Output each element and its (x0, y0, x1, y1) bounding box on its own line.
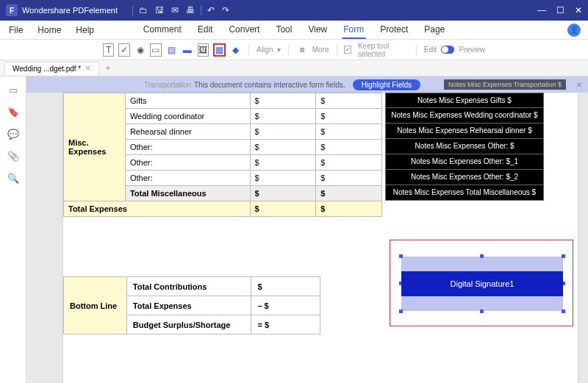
close-tab-icon[interactable]: ✕ (85, 65, 91, 72)
left-sidebar: ▭ 🔖 💬 📎 🔍 (0, 76, 26, 383)
button-field-icon[interactable]: ▬ (182, 43, 193, 57)
edit-label: Edit (424, 46, 437, 54)
redo-icon[interactable]: ↷ (222, 5, 229, 15)
more-icon[interactable]: ≡ (296, 43, 307, 57)
app-title: Wondershare PDFelement (22, 6, 118, 15)
amount-field[interactable]: $ (316, 93, 382, 109)
item-cell: Gifts (125, 93, 250, 109)
keep-tool-checkbox[interactable]: ✓ (344, 46, 351, 54)
form-toolbar: T ✓ ◉ ▭ ▤ ▬ 🖼 ▦ ◆ Align ▾ ≡ More ✓ Keep … (0, 40, 588, 60)
comments-icon[interactable]: 💬 (7, 128, 19, 140)
banner-faded: Transportation (144, 81, 191, 89)
bookmarks-icon[interactable]: 🔖 (7, 106, 19, 118)
menu-page[interactable]: Page (423, 21, 446, 39)
menu-comment[interactable]: Comment (142, 21, 183, 39)
add-tab-button[interactable]: ＋ (104, 62, 112, 74)
banner-ghost-field: Notes Misc Expenses Transportation $ (444, 79, 566, 90)
banner-close-icon[interactable]: ✕ (576, 81, 582, 89)
menu-file[interactable]: File (7, 22, 24, 38)
titlebar: F Wondershare PDFelement 🗀 🖫 ✉ 🖶 ↶ ↷ — ☐… (0, 0, 588, 21)
table-row: Total Expenses$$ (64, 201, 382, 217)
search-icon[interactable]: 🔍 (7, 172, 19, 184)
signature-label: Digital Signature1 (401, 271, 563, 296)
bottom-label: Bottom Line (64, 277, 127, 334)
document-area: Transportation This document contains in… (26, 76, 588, 383)
misc-label: Misc. Expenses (64, 93, 126, 201)
note-field[interactable]: Notes Misc Expenses Gifts $ (385, 93, 544, 108)
doc-tab[interactable]: Wedding ...dget.pdf * ✕ (4, 62, 99, 75)
menu-protect[interactable]: Protect (379, 21, 409, 39)
menubar: File Home Help Comment Edit Convert Tool… (0, 21, 588, 40)
note-field[interactable]: Notes Misc Expenses Wedding coordinator … (385, 108, 544, 124)
signature-field-icon[interactable]: ▦ (213, 43, 226, 57)
combo-field-icon[interactable]: ▭ (150, 43, 161, 57)
menu-tool[interactable]: Tool (274, 21, 293, 39)
pdf-page[interactable]: Misc. Expenses Gifts $ $ Wedding coordin… (63, 93, 578, 383)
signature-field[interactable]: Digital Signature1 (401, 257, 563, 311)
menu-view[interactable]: View (306, 21, 329, 39)
menu-edit[interactable]: Edit (196, 21, 215, 39)
open-icon[interactable]: 🗀 (139, 5, 148, 15)
misc-expenses-table: Misc. Expenses Gifts $ $ Wedding coordin… (63, 93, 382, 217)
table-row: Bottom Line Total Contributions $ (64, 277, 320, 296)
menu-form[interactable]: Form (342, 21, 365, 39)
mail-icon[interactable]: ✉ (171, 5, 179, 15)
minimize-button[interactable]: — (537, 5, 546, 15)
align-label[interactable]: Align (257, 46, 273, 54)
doc-tab-name: Wedding ...dget.pdf * (12, 65, 81, 73)
thumbnails-icon[interactable]: ▭ (7, 84, 19, 96)
table-row: Misc. Expenses Gifts $ $ (64, 93, 382, 109)
amount-field[interactable]: $ (250, 93, 316, 109)
undo-icon[interactable]: ↶ (207, 5, 215, 15)
banner-text: This document contains interactive form … (194, 81, 345, 89)
print-icon[interactable]: 🖶 (186, 5, 195, 15)
note-field[interactable]: Notes Misc Expenses Rehearsal dinner $ (385, 124, 544, 139)
checkbox-field-icon[interactable]: ✓ (118, 43, 129, 57)
maximize-button[interactable]: ☐ (556, 5, 564, 15)
avatar[interactable]: 👤 (567, 24, 581, 37)
keep-tool-label: Keep tool selected (358, 42, 409, 58)
signature-field-bounds[interactable]: Digital Signature1 (390, 240, 573, 326)
more-label[interactable]: More (312, 46, 329, 54)
note-field[interactable]: Notes Misc Expenses Total Miscellaneous … (385, 185, 544, 201)
list-field-icon[interactable]: ▤ (166, 43, 177, 57)
recognize-icon[interactable]: ◆ (230, 43, 241, 57)
edit-preview-toggle[interactable] (441, 46, 454, 54)
form-info-banner: Transportation This document contains in… (26, 76, 588, 93)
radio-field-icon[interactable]: ◉ (135, 43, 146, 57)
text-field-icon[interactable]: T (103, 43, 114, 57)
note-field[interactable]: Notes Misc Expenses Other: $_2 (385, 170, 544, 185)
menu-home[interactable]: Home (36, 22, 62, 38)
document-tabs: Wedding ...dget.pdf * ✕ ＋ (0, 60, 588, 76)
attachments-icon[interactable]: 📎 (7, 150, 19, 162)
menu-convert[interactable]: Convert (227, 21, 261, 39)
close-button[interactable]: ✕ (575, 5, 582, 15)
highlight-fields-button[interactable]: Highlight Fields (353, 79, 420, 90)
bottom-line-table: Bottom Line Total Contributions $ Total … (63, 276, 320, 334)
note-field[interactable]: Notes Misc Expenses Other: $ (385, 139, 544, 154)
menu-help[interactable]: Help (74, 22, 96, 38)
save-icon[interactable]: 🖫 (155, 5, 164, 15)
image-field-icon[interactable]: 🖼 (198, 43, 209, 57)
note-field[interactable]: Notes Misc Expenses Other: $_1 (385, 154, 544, 170)
app-logo: F (6, 4, 18, 16)
preview-label: Preview (459, 46, 485, 54)
notes-fields: Notes Misc Expenses Gifts $ Notes Misc E… (385, 93, 544, 201)
